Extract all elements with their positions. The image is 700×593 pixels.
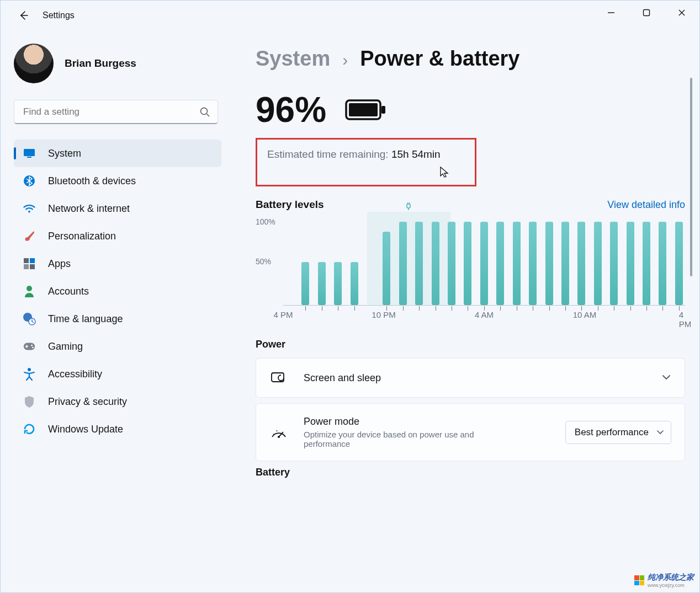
svg-rect-4 <box>24 149 35 156</box>
apps-icon <box>23 257 36 270</box>
screen-and-sleep-row[interactable]: Screen and sleep <box>256 358 685 398</box>
svg-point-7 <box>28 211 30 213</box>
svg-rect-9 <box>30 258 35 263</box>
brush-icon <box>23 229 36 243</box>
sidebar-item-label: Personalization <box>48 231 116 242</box>
update-icon <box>23 423 36 436</box>
sidebar-item-time-language[interactable]: Time & language <box>14 305 221 333</box>
chart-bar <box>334 262 342 306</box>
sidebar-item-label: Windows Update <box>48 424 123 435</box>
svg-rect-20 <box>349 103 378 116</box>
sidebar-item-bluetooth-devices[interactable]: Bluetooth & devices <box>14 167 221 195</box>
bluetooth-icon <box>23 174 36 188</box>
chart-bar <box>513 222 521 305</box>
sidebar-item-gaming[interactable]: Gaming <box>14 333 221 360</box>
chart-bar <box>529 222 537 305</box>
minimize-button[interactable] <box>593 1 629 25</box>
gauge-icon <box>269 426 288 439</box>
x-axis-label: 10 PM <box>372 310 395 319</box>
chart-bar <box>561 222 569 305</box>
svg-rect-10 <box>24 264 29 269</box>
sidebar-item-windows-update[interactable]: Windows Update <box>14 415 221 443</box>
chart-bar <box>496 222 504 305</box>
battery-icon <box>345 98 387 121</box>
sidebar-item-personalization[interactable]: Personalization <box>14 222 221 250</box>
chart-bar <box>301 262 309 306</box>
app-title: Settings <box>43 10 75 20</box>
screen-sleep-title: Screen and sleep <box>304 372 646 384</box>
estimate-value: 15h 54min <box>391 148 441 160</box>
battery-percent: 96% <box>256 89 326 130</box>
chart-bar <box>351 262 358 306</box>
sidebar-item-label: Accessibility <box>48 368 102 380</box>
back-button[interactable] <box>13 4 35 26</box>
svg-rect-1 <box>644 10 650 16</box>
power-mode-value: Best performance <box>575 427 649 437</box>
sidebar-item-label: Apps <box>48 258 71 270</box>
sidebar-item-network-internet[interactable]: Network & internet <box>14 195 221 222</box>
account-block[interactable]: Brian Burgess <box>14 44 221 83</box>
sidebar-item-label: System <box>48 148 81 159</box>
account-name: Brian Burgess <box>65 57 136 70</box>
svg-point-12 <box>26 286 32 291</box>
x-axis-label: 4 PM <box>273 310 293 319</box>
view-detailed-link[interactable]: View detailed info <box>607 199 685 211</box>
shield-icon <box>23 395 36 408</box>
sidebar-item-label: Time & language <box>48 313 123 325</box>
breadcrumb-parent[interactable]: System <box>256 47 330 71</box>
y-label-50: 50% <box>256 257 271 266</box>
svg-point-16 <box>31 345 33 346</box>
svg-line-3 <box>207 114 210 117</box>
power-mode-select[interactable]: Best performance <box>565 421 671 444</box>
svg-rect-22 <box>407 204 410 208</box>
chevron-right-icon: › <box>342 51 348 70</box>
sidebar-item-system[interactable]: System <box>14 140 221 167</box>
avatar <box>14 44 54 83</box>
chart-title: Battery levels <box>256 199 324 211</box>
scrollbar[interactable] <box>688 78 694 581</box>
chart-bar <box>545 222 553 305</box>
sidebar-item-label: Gaming <box>48 341 83 352</box>
cursor-icon <box>439 166 449 180</box>
sidebar-item-accounts[interactable]: Accounts <box>14 277 221 305</box>
close-button[interactable] <box>664 1 699 25</box>
svg-point-18 <box>28 368 31 371</box>
wifi-icon <box>23 202 36 215</box>
chevron-down-icon <box>656 427 664 438</box>
svg-line-29 <box>273 434 274 435</box>
screen-sleep-icon <box>269 371 288 385</box>
sidebar-item-label: Bluetooth & devices <box>48 175 136 187</box>
person-icon <box>23 285 36 298</box>
maximize-button[interactable] <box>629 1 664 25</box>
estimate-highlight: Estimated time remaining: 15h 54min <box>256 138 476 186</box>
accessibility-icon <box>23 367 36 381</box>
breadcrumb-current: Power & battery <box>360 47 519 71</box>
sidebar-item-privacy-security[interactable]: Privacy & security <box>14 388 221 415</box>
svg-point-2 <box>201 108 208 115</box>
chevron-down-icon <box>661 373 671 383</box>
sidebar-item-apps[interactable]: Apps <box>14 250 221 277</box>
chart-bar <box>318 262 326 306</box>
sidebar-item-label: Network & internet <box>48 203 130 215</box>
chart-bar <box>643 222 650 305</box>
y-label-100: 100% <box>256 217 275 226</box>
power-mode-row[interactable]: Power mode Optimize your device based on… <box>256 403 685 461</box>
x-axis-label: 10 AM <box>573 310 597 319</box>
sidebar-item-label: Accounts <box>48 286 89 297</box>
chart-bar <box>675 222 683 305</box>
plug-icon <box>405 202 412 213</box>
breadcrumb: System › Power & battery <box>256 47 685 71</box>
chart-bar <box>659 222 666 305</box>
svg-rect-21 <box>381 106 385 114</box>
power-mode-subtitle: Optimize your device based on power use … <box>304 430 497 448</box>
power-section-title: Power <box>256 339 685 350</box>
estimate-label: Estimated time remaining: <box>267 148 391 160</box>
search-input[interactable] <box>14 100 218 124</box>
search-box[interactable] <box>14 100 218 124</box>
sidebar-item-accessibility[interactable]: Accessibility <box>14 360 221 388</box>
svg-line-30 <box>277 430 277 431</box>
svg-rect-11 <box>30 264 35 269</box>
battery-section-title: Battery <box>256 467 685 478</box>
chart-bar <box>627 222 634 305</box>
x-axis-label: 4 AM <box>475 310 494 319</box>
